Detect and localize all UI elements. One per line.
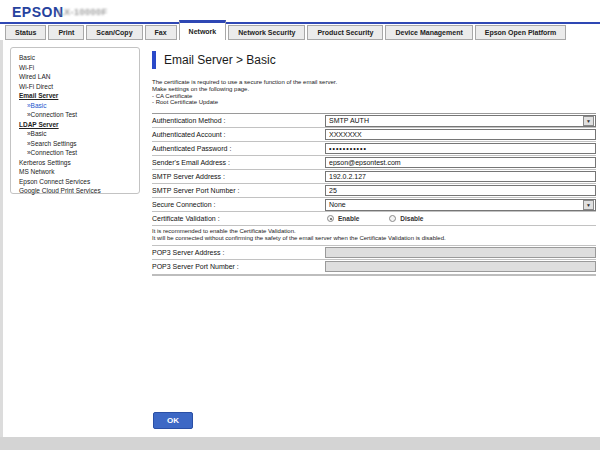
tab-device-management[interactable]: Device Management — [385, 25, 472, 40]
tab-epson-open-platform[interactable]: Epson Open Platform — [475, 25, 567, 40]
authenticated-account-label: Authenticated Account : — [152, 131, 325, 138]
authenticated-account-input[interactable] — [325, 129, 596, 140]
main-content: Email Server > Basic The certificate is … — [152, 48, 596, 276]
pop3-settings-table: POP3 Server Address : POP3 Server Port N… — [152, 245, 596, 276]
senders-email-input[interactable] — [325, 157, 596, 168]
radio-icon — [327, 215, 334, 222]
tab-status[interactable]: Status — [5, 25, 46, 40]
secure-connection-select[interactable]: None ▼ — [325, 199, 596, 211]
sidebar-item-wired-lan[interactable]: Wired LAN — [19, 72, 139, 82]
description-line: - CA Certificate — [152, 93, 596, 100]
table-row: POP3 Server Address : — [152, 246, 596, 260]
note-line: It will be connected without confirming … — [152, 235, 596, 242]
table-row: POP3 Server Port Number : — [152, 260, 596, 274]
certificate-validation-radio-enable[interactable]: Enable — [327, 215, 359, 222]
sidebar-section-email-server[interactable]: Email Server — [19, 91, 139, 101]
secure-connection-label: Secure Connection : — [152, 201, 325, 208]
smtp-port-input[interactable] — [325, 185, 596, 196]
sidebar-section-ldap-server[interactable]: LDAP Server — [19, 120, 139, 130]
description-line: The certificate is required to use a sec… — [152, 79, 596, 86]
sidebar-item-ldap-connection-test[interactable]: »Connection Test — [19, 148, 139, 158]
radio-icon — [389, 215, 396, 222]
page-description: The certificate is required to use a sec… — [152, 79, 596, 106]
sidebar-item-kerberos-settings[interactable]: Kerberos Settings — [19, 158, 139, 168]
chevron-down-icon[interactable]: ▼ — [583, 116, 594, 126]
authenticated-password-label: Authenticated Password : — [152, 145, 325, 152]
sidebar-item-ldap-search-settings[interactable]: »Search Settings — [19, 139, 139, 149]
title-accent-bar — [152, 51, 156, 69]
chevron-down-icon[interactable]: ▼ — [583, 200, 594, 210]
page-title-row: Email Server > Basic — [152, 51, 596, 69]
note-line: It is recommended to enable the Certific… — [152, 228, 596, 235]
network-sidebar: Basic Wi-Fi Wired LAN Wi-Fi Direct Email… — [10, 47, 140, 194]
email-server-settings-table: Authentication Method : SMTP AUTH ▼ Auth… — [152, 113, 596, 226]
pop3-server-address-label: POP3 Server Address : — [152, 249, 325, 256]
sidebar-item-epson-connect-services[interactable]: Epson Connect Services — [19, 177, 139, 187]
tab-product-security[interactable]: Product Security — [307, 25, 383, 40]
page-title: Email Server > Basic — [164, 53, 276, 67]
footer-strip — [0, 437, 600, 450]
printer-model-label: LX-10000F — [58, 7, 108, 17]
description-line: - Root Certificate Update — [152, 99, 596, 106]
senders-email-label: Sender's Email Address : — [152, 159, 325, 166]
certificate-validation-radio-group: Enable Disable — [325, 215, 423, 222]
smtp-port-label: SMTP Server Port Number : — [152, 187, 325, 194]
ok-button[interactable]: OK — [153, 412, 193, 429]
sidebar-item-ms-network[interactable]: MS Network — [19, 167, 139, 177]
table-row: SMTP Server Port Number : — [152, 184, 596, 198]
pop3-port-input — [325, 261, 596, 272]
description-line: Make settings on the following page. — [152, 86, 596, 93]
tab-print[interactable]: Print — [48, 25, 84, 40]
sidebar-item-ldap-basic[interactable]: »Basic — [19, 129, 139, 139]
authentication-method-value: SMTP AUTH — [326, 117, 583, 124]
certificate-validation-note: It is recommended to enable the Certific… — [152, 226, 596, 245]
table-row: Certificate Validation : Enable Disable — [152, 212, 596, 226]
sidebar-item-basic[interactable]: Basic — [19, 53, 139, 63]
secure-connection-value: None — [326, 201, 583, 208]
table-row: Secure Connection : None ▼ — [152, 198, 596, 212]
pop3-port-label: POP3 Server Port Number : — [152, 263, 325, 270]
tab-network[interactable]: Network — [179, 20, 227, 40]
authentication-method-label: Authentication Method : — [152, 117, 325, 124]
table-row: Sender's Email Address : — [152, 156, 596, 170]
sidebar-item-email-server-connection-test[interactable]: »Connection Test — [19, 110, 139, 120]
certificate-validation-label: Certificate Validation : — [152, 215, 325, 222]
tab-fax[interactable]: Fax — [145, 25, 177, 40]
pop3-server-address-input — [325, 247, 596, 258]
table-row: Authenticated Password : — [152, 142, 596, 156]
sidebar-item-email-server-basic[interactable]: »Basic — [19, 101, 139, 111]
authentication-method-select[interactable]: SMTP AUTH ▼ — [325, 115, 596, 127]
table-row: Authenticated Account : — [152, 128, 596, 142]
sidebar-item-wifi[interactable]: Wi-Fi — [19, 63, 139, 73]
tab-scan-copy[interactable]: Scan/Copy — [86, 25, 142, 40]
sidebar-item-google-cloud-print-services[interactable]: Google Cloud Print Services — [19, 186, 139, 196]
main-tab-bar: Status Print Scan/Copy Fax Network Netwo… — [5, 20, 600, 40]
certificate-validation-radio-disable[interactable]: Disable — [389, 215, 423, 222]
radio-label-disable: Disable — [400, 215, 423, 222]
smtp-server-address-label: SMTP Server Address : — [152, 173, 325, 180]
smtp-server-address-input[interactable] — [325, 171, 596, 182]
table-row: SMTP Server Address : — [152, 170, 596, 184]
left-edge-strip — [0, 40, 3, 437]
sidebar-item-wifi-direct[interactable]: Wi-Fi Direct — [19, 82, 139, 92]
authenticated-password-input[interactable] — [325, 143, 596, 154]
table-row: Authentication Method : SMTP AUTH ▼ — [152, 114, 596, 128]
app-header: EPSON LX-10000F — [0, 0, 600, 22]
epson-logo: EPSON — [12, 4, 64, 20]
tab-network-security[interactable]: Network Security — [228, 25, 305, 40]
radio-label-enable: Enable — [338, 215, 359, 222]
